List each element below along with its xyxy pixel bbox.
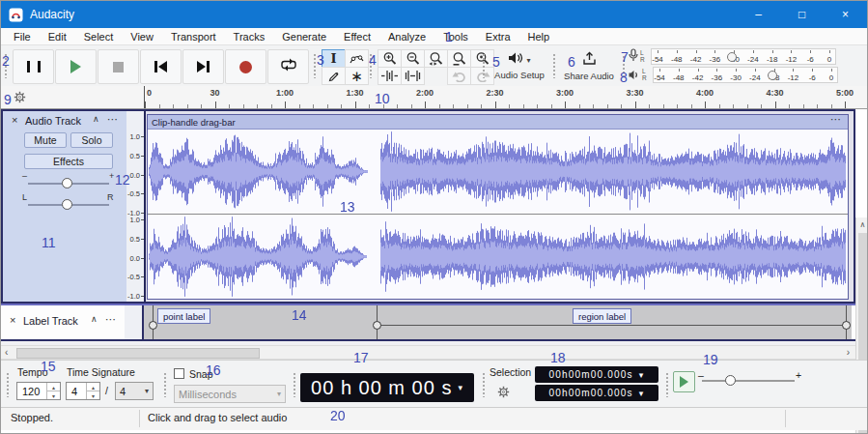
snap-unit-dropdown[interactable]: Milliseconds ▾ bbox=[174, 385, 286, 403]
menu-analyze[interactable]: Analyze bbox=[379, 31, 434, 43]
selection-tool-button[interactable]: I bbox=[322, 49, 346, 68]
solo-button[interactable]: Solo bbox=[70, 132, 113, 148]
time-signature-lower-dropdown[interactable]: 4 ▾ bbox=[115, 382, 154, 400]
draw-tool-button[interactable] bbox=[322, 67, 346, 85]
scroll-left-icon[interactable]: ‹ bbox=[5, 347, 8, 358]
region-label-line[interactable] bbox=[380, 325, 846, 326]
audio-clip[interactable]: Clip-handle drag-bar ⋯ bbox=[147, 114, 849, 300]
snap-toolbar-grip[interactable] bbox=[163, 372, 168, 397]
spin-up-icon[interactable]: ▴ bbox=[47, 383, 60, 391]
pause-button[interactable] bbox=[13, 49, 54, 84]
gain-slider-thumb[interactable] bbox=[62, 178, 72, 188]
region-label-handle[interactable] bbox=[842, 321, 851, 330]
label-track-content[interactable]: point labelregion label bbox=[144, 305, 852, 339]
tempo-spinner[interactable]: 120 ▴▾ bbox=[16, 382, 61, 400]
track-menu-icon[interactable]: ⋯ bbox=[107, 113, 119, 126]
trim-outside-button[interactable] bbox=[378, 67, 402, 85]
meter-volume-slider-thumb[interactable] bbox=[768, 71, 777, 80]
audio-setup-grip[interactable] bbox=[482, 53, 487, 78]
play-at-speed-button[interactable] bbox=[673, 371, 695, 392]
zoom-out-button[interactable] bbox=[401, 49, 425, 68]
play-button[interactable] bbox=[55, 49, 97, 84]
meter-volume-slider-thumb[interactable] bbox=[727, 52, 737, 62]
timeline-scale[interactable]: 0301:001:302:002:303:003:304:004:305:00 bbox=[144, 86, 856, 108]
menu-tracks[interactable]: Tracks bbox=[225, 31, 274, 43]
play-speed-slider-thumb[interactable] bbox=[725, 375, 736, 386]
vertical-scale-ruler[interactable]: 1.00.50.0-0.5-1.01.00.50.0-0.5-1.0 bbox=[126, 111, 146, 302]
zoom-in-button[interactable] bbox=[378, 49, 402, 68]
label-track-name[interactable]: Label Track bbox=[23, 315, 78, 327]
audio-track-name[interactable]: Audio Track bbox=[25, 115, 81, 127]
clip-area[interactable]: Clip-handle drag-bar ⋯ bbox=[146, 111, 854, 302]
spin-down-icon[interactable]: ▾ bbox=[87, 391, 99, 399]
collapse-track-icon[interactable]: ∧ bbox=[91, 314, 98, 324]
time-toolbar-grip[interactable] bbox=[293, 372, 297, 397]
spin-up-icon[interactable]: ▴ bbox=[87, 383, 99, 391]
timeline-options-gear-icon[interactable] bbox=[14, 90, 26, 107]
scroll-up-icon[interactable]: ∧ bbox=[856, 220, 868, 229]
recording-meter[interactable]: LR-54-48-42-36-30-24-18-12-60 bbox=[629, 48, 836, 65]
play-speed-slider[interactable] bbox=[702, 380, 795, 382]
meter-scale[interactable]: -54-48-42-36-30-24-18-12-60 bbox=[651, 48, 836, 65]
multi-tool-button[interactable]: ∗ bbox=[345, 67, 369, 85]
maximize-button[interactable]: □ bbox=[780, 1, 824, 28]
menu-edit[interactable]: Edit bbox=[40, 31, 75, 43]
close-button[interactable]: × bbox=[824, 1, 867, 28]
menu-file[interactable]: File bbox=[5, 31, 40, 43]
menu-view[interactable]: View bbox=[122, 31, 162, 43]
region-label-handle[interactable] bbox=[373, 321, 381, 330]
silence-button[interactable] bbox=[401, 67, 425, 85]
selection-end-display[interactable]: 00h00m00.000s ▾ bbox=[535, 385, 658, 401]
ts-upper-value[interactable]: 4 bbox=[67, 383, 86, 399]
fit-project-button[interactable] bbox=[447, 49, 471, 68]
timeline-ruler[interactable]: 0301:001:302:002:303:003:304:004:305:00 bbox=[1, 86, 867, 109]
point-label[interactable]: point label bbox=[157, 308, 210, 324]
scroll-right-icon[interactable]: › bbox=[847, 347, 850, 358]
time-signature-toolbar-grip[interactable] bbox=[6, 372, 11, 397]
playback-meter[interactable]: LR-54-48-42-36-30-24-18-12-60 bbox=[629, 67, 838, 83]
pan-slider-thumb[interactable] bbox=[62, 199, 72, 210]
menu-transport[interactable]: Transport bbox=[162, 31, 225, 43]
stop-button[interactable] bbox=[98, 49, 139, 84]
effects-button[interactable]: Effects bbox=[24, 154, 113, 169]
selection-toolbar-grip[interactable] bbox=[482, 372, 487, 397]
skip-to-start-button[interactable] bbox=[140, 49, 182, 84]
skip-to-end-button[interactable] bbox=[182, 49, 224, 84]
share-audio-grip[interactable] bbox=[552, 53, 557, 78]
horizontal-scrollbar[interactable]: ‹ › bbox=[1, 345, 855, 360]
loop-button[interactable] bbox=[267, 49, 309, 84]
close-track-icon[interactable]: × bbox=[12, 114, 17, 126]
point-label-handle[interactable] bbox=[149, 321, 157, 330]
audacity-logo-icon bbox=[9, 8, 23, 22]
selection-options-gear-icon[interactable] bbox=[497, 385, 510, 402]
track-menu-icon[interactable]: ⋯ bbox=[105, 313, 117, 326]
play-at-speed-grip[interactable] bbox=[665, 372, 670, 397]
time-display[interactable]: 00 h 00 m 00 s ▾ bbox=[300, 373, 474, 402]
menu-effect[interactable]: Effect bbox=[335, 31, 379, 43]
time-signature-upper-spinner[interactable]: 4 ▴▾ bbox=[66, 382, 100, 400]
horizontal-scrollbar-thumb[interactable] bbox=[16, 348, 260, 359]
snap-checkbox[interactable] bbox=[174, 368, 184, 379]
menu-help[interactable]: Help bbox=[519, 31, 559, 43]
menu-tools[interactable]: Tools bbox=[434, 31, 477, 43]
undo-button[interactable] bbox=[447, 67, 471, 85]
menu-extra[interactable]: Extra bbox=[477, 31, 519, 43]
spin-down-icon[interactable]: ▾ bbox=[47, 391, 60, 399]
menu-generate[interactable]: Generate bbox=[273, 31, 335, 43]
clip-handle-drag-bar[interactable]: Clip-handle drag-bar ⋯ bbox=[148, 115, 848, 130]
collapse-track-icon[interactable]: ∧ bbox=[93, 114, 99, 124]
meter-scale[interactable]: -54-48-42-36-30-24-18-12-60 bbox=[653, 67, 838, 83]
clip-menu-icon[interactable]: ⋯ bbox=[830, 113, 842, 126]
close-track-icon[interactable]: × bbox=[10, 314, 15, 326]
selection-start-display[interactable]: 00h00m00.000s ▾ bbox=[535, 366, 658, 383]
waveform-right-channel[interactable] bbox=[148, 215, 846, 299]
minimize-button[interactable]: – bbox=[737, 1, 780, 28]
fit-selection-button[interactable] bbox=[424, 49, 448, 68]
envelope-tool-button[interactable] bbox=[345, 49, 369, 68]
mute-button[interactable]: Mute bbox=[24, 132, 67, 148]
menu-select[interactable]: Select bbox=[75, 31, 123, 43]
region-label[interactable]: region label bbox=[573, 308, 631, 324]
tempo-value[interactable]: 120 bbox=[17, 383, 46, 399]
record-button[interactable] bbox=[225, 49, 266, 84]
waveform-left-channel[interactable] bbox=[148, 130, 846, 214]
